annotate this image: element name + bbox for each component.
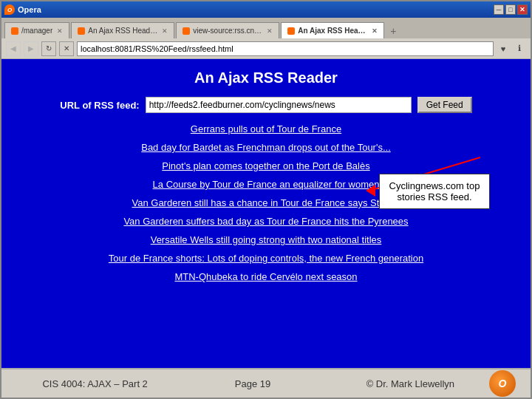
tab-view-source-label: view-source:rss.cnn.com... [193,27,262,35]
info-icon[interactable]: ℹ [513,42,526,55]
news-link-8[interactable]: Tour de France shorts: Lots of doping co… [109,253,423,264]
navigation-bar: ◀ ▶ ↻ ✕ localhost:8081/RSS%20Feed/rssfee… [1,38,531,59]
new-tab-button[interactable]: + [386,24,400,38]
title-bar: O Opera ─ □ ✕ [1,1,531,18]
news-link-9[interactable]: MTN-Qhubeka to ride Cervélo next season [174,271,357,282]
tab-bar: /manager ✕ An Ajax RSS Headline R... ✕ v… [1,18,531,38]
tab-view-source[interactable]: view-source:rss.cnn.com... ✕ [176,22,279,38]
news-link-5[interactable]: Van Garderen still has a chance in Tour … [132,197,400,208]
nav-icons: ♥ ℹ [497,42,526,55]
news-link-3[interactable]: Pinot's plan comes together on the Port … [162,160,369,171]
tab-manager-label: /manager [21,27,52,35]
news-link-6[interactable]: Van Garderen suffers bad day as Tour de … [123,216,408,227]
tab-manager-close-icon[interactable]: ✕ [57,27,63,35]
tab-favicon-icon [11,27,18,35]
minimize-button[interactable]: ─ [494,4,504,15]
news-link-7[interactable]: Versatile Wells still going strong with … [151,234,382,245]
tab-ajax-rss-1[interactable]: An Ajax RSS Headline R... ✕ [71,22,174,38]
tab-ajax-rss-1-label: An Ajax RSS Headline R... [88,27,157,35]
tab-favicon-icon [183,27,190,35]
tab-ajax-rss-2-close-icon[interactable]: ✕ [372,27,378,35]
news-link-2[interactable]: Bad day for Bardet as Frenchman drops ou… [141,142,391,153]
url-label: URL of RSS feed: [60,100,139,111]
page-title: An Ajax RSS Reader [16,69,516,86]
window-title: Opera [18,5,494,14]
tab-ajax-rss-2[interactable]: An Ajax RSS Headline R... ✕ [281,22,384,38]
browser-window: O Opera ─ □ ✕ /manager ✕ An Ajax RSS Hea… [0,0,532,399]
forward-button[interactable]: ▶ [24,41,38,56]
content-area: An Ajax RSS Reader URL of RSS feed: Get … [1,59,531,368]
tab-ajax-rss-2-label: An Ajax RSS Headline R... [298,27,367,35]
tab-view-source-close-icon[interactable]: ✕ [267,27,273,35]
close-button[interactable]: ✕ [517,4,528,15]
tab-favicon-icon [287,27,295,35]
title-bar-controls: ─ □ ✕ [494,4,528,15]
back-button[interactable]: ◀ [6,41,21,56]
status-logo-icon: O [489,370,516,397]
tooltip-popup: Cyclingnews.com top stories RSS feed. [379,174,490,209]
browser-logo-icon: O [4,4,15,15]
stop-button[interactable]: ✕ [59,41,74,56]
address-text: localhost:8081/RSS%20Feed/rssfeed.html [81,44,233,53]
address-bar[interactable]: localhost:8081/RSS%20Feed/rssfeed.html [77,41,494,56]
tab-favicon-icon [78,27,85,35]
tab-ajax-rss-1-close-icon[interactable]: ✕ [162,27,168,35]
maximize-button[interactable]: □ [505,4,516,15]
status-center: Page 19 [174,378,331,389]
status-left: CIS 4004: AJAX – Part 2 [16,378,174,389]
status-right: © Dr. Mark Llewellyn [332,378,489,389]
tab-manager[interactable]: /manager ✕ [4,22,69,38]
news-link-4[interactable]: La Course by Tour de France an equalizer… [153,179,380,190]
status-bar: CIS 4004: AJAX – Part 2 Page 19 © Dr. Ma… [1,368,531,398]
bookmark-icon[interactable]: ♥ [497,42,510,55]
get-feed-button[interactable]: Get Feed [417,97,472,113]
url-row: URL of RSS feed: Get Feed [16,97,516,113]
url-input[interactable] [146,97,412,113]
reload-button[interactable]: ↻ [41,41,56,56]
news-link-1[interactable]: Gerrans pulls out of Tour de France [191,123,341,134]
tooltip-text: Cyclingnews.com top stories RSS feed. [389,180,480,202]
